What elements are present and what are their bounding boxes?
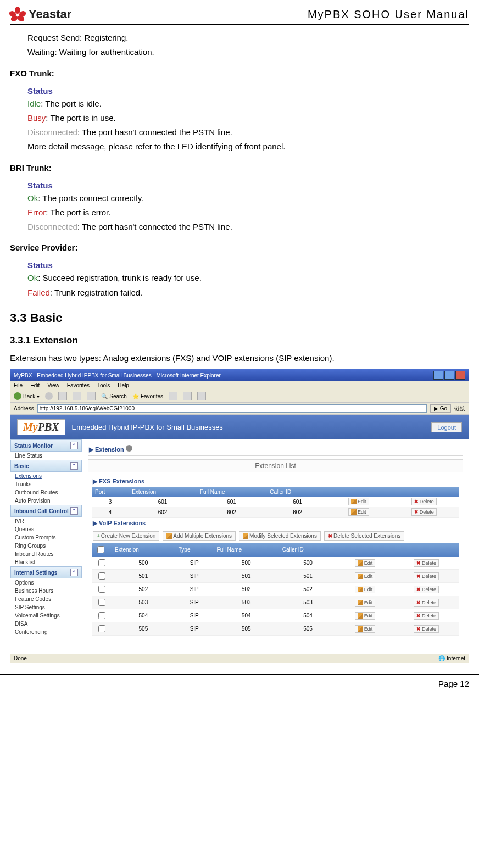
sidebar-item-sip-settings[interactable]: SIP Settings (10, 603, 82, 611)
chevron-up-icon[interactable]: ⌃ (70, 507, 78, 515)
close-button[interactable] (455, 371, 465, 380)
col-fullname: Full Name (197, 487, 266, 497)
sidebar-item-options[interactable]: Options (10, 578, 82, 587)
row-checkbox[interactable] (98, 572, 105, 580)
status-zone: 🌐 Internet (438, 655, 465, 661)
delete-button[interactable]: ✖ Delete (414, 625, 439, 633)
edit-button[interactable]: Edit (355, 625, 376, 633)
sidebar-item-extensions[interactable]: Extensions (10, 472, 82, 480)
bri-disconnected: Disconnected: The port hasn't connected … (10, 220, 469, 233)
delete-button[interactable]: ✖ Delete (414, 586, 439, 593)
sidebar-item-blacklist[interactable]: Blacklist (10, 558, 82, 566)
sidebar-item-ivr[interactable]: IVR (10, 517, 82, 525)
back-button[interactable]: Back ▾ (14, 392, 40, 400)
edit-button[interactable]: Edit (355, 586, 376, 593)
chevron-up-icon[interactable]: ⌃ (70, 462, 78, 470)
delete-button[interactable]: ✖ Delete (411, 498, 437, 505)
add-multiple-button[interactable]: Add Multiple Extensions (163, 531, 236, 541)
row-checkbox[interactable] (98, 612, 105, 619)
chevron-up-icon[interactable]: ⌃ (70, 569, 78, 576)
table-row: 504SIP504504 Edit✖ Delete (92, 609, 459, 622)
url-input[interactable]: http://192.168.5.186/cgi/WebCGI?1000 (37, 404, 427, 413)
delete-button[interactable]: ✖ Delete (414, 599, 439, 607)
logout-button[interactable]: Logout (431, 422, 462, 432)
browser-toolbar: Back ▾ 🔍 Search ⭐ Favorites (10, 390, 469, 403)
brand-text: Yeastar (29, 7, 71, 21)
mail-icon[interactable] (183, 392, 192, 400)
sidebar-item-auto-provision[interactable]: Auto Provision (10, 497, 82, 505)
sidebar-item-custom-prompts[interactable]: Custom Prompts (10, 533, 82, 542)
search-button[interactable]: 🔍 Search (101, 393, 127, 399)
pencil-icon (358, 587, 363, 592)
sp-failed: Failed: Trunk registration failed. (10, 286, 469, 299)
row-checkbox[interactable] (98, 625, 105, 632)
menu-file[interactable]: File (14, 382, 23, 388)
flower-icon (10, 7, 25, 22)
delete-button[interactable]: ✖ Delete (414, 572, 439, 580)
select-all-checkbox[interactable] (97, 546, 104, 553)
fxo-status-label: Status (10, 86, 469, 96)
chevron-up-icon[interactable]: ⌃ (70, 442, 78, 449)
window-titlebar: MyPBX - Embedded Hybrid IPPBX for Small … (10, 369, 469, 381)
print-icon[interactable] (197, 392, 206, 400)
col-checkbox[interactable] (92, 543, 112, 557)
menu-view[interactable]: View (47, 382, 59, 388)
heading-3-3-1: 3.3.1 Extension (10, 335, 469, 346)
menu-edit[interactable]: Edit (30, 382, 40, 388)
edit-button[interactable]: Edit (355, 559, 376, 567)
go-button[interactable]: ▶ Go (430, 404, 451, 413)
delete-button[interactable]: ✖ Delete (414, 559, 439, 567)
modify-selected-button[interactable]: Modify Selected Extensions (239, 531, 321, 541)
sidebar-item-conferencing[interactable]: Conferencing (10, 628, 82, 636)
pencil-icon (351, 499, 357, 504)
home-icon[interactable] (87, 392, 96, 400)
table-row: 500SIP500500 Edit✖ Delete (92, 557, 459, 570)
sidebar-head-status[interactable]: Status Monitor⌃ (10, 439, 82, 452)
maximize-button[interactable] (444, 371, 454, 380)
table-row: 502SIP502502 Edit✖ Delete (92, 583, 459, 596)
edit-button[interactable]: Edit (348, 498, 369, 505)
col-callerid: Caller ID (279, 543, 337, 557)
sidebar-item-outbound-routes[interactable]: Outbound Routes (10, 488, 82, 497)
create-extension-button[interactable]: + Create New Extension (93, 531, 159, 541)
edit-button[interactable]: Edit (355, 612, 376, 620)
pencil-icon (166, 533, 172, 539)
sidebar-item-voicemail-settings[interactable]: Voicemail Settings (10, 611, 82, 620)
delete-button[interactable]: ✖ Delete (414, 612, 439, 620)
table-row: 505SIP505505 Edit✖ Delete (92, 622, 459, 636)
menu-help[interactable]: Help (118, 382, 129, 388)
refresh-icon[interactable] (73, 392, 81, 400)
links-label[interactable]: 链接 (454, 405, 465, 413)
sidebar-item-disa[interactable]: DISA (10, 620, 82, 628)
history-icon[interactable] (169, 392, 177, 400)
edit-button[interactable]: Edit (348, 508, 369, 516)
sp-heading: Service Provider: (10, 243, 469, 252)
delete-selected-button[interactable]: ✖ Delete Selected Extensions (324, 531, 404, 541)
row-checkbox[interactable] (98, 586, 105, 593)
favorites-button[interactable]: ⭐ Favorites (132, 393, 163, 399)
sidebar-item-ring-groups[interactable]: Ring Groups (10, 542, 82, 550)
delete-button[interactable]: ✖ Delete (411, 508, 437, 516)
sidebar-head-inbound[interactable]: Inbound Call Control⌃ (10, 505, 82, 517)
forward-button[interactable] (45, 392, 53, 400)
sidebar-head-internal[interactable]: Internal Settings⌃ (10, 566, 82, 578)
app-header: MyPBX Embedded Hybrid IP-PBX for Small B… (10, 415, 469, 439)
sidebar-head-basic[interactable]: Basic⌃ (10, 460, 82, 472)
fxs-table: Port Extension Full Name Caller ID 36016… (92, 487, 459, 518)
status-done: Done (14, 655, 27, 661)
minimize-button[interactable] (433, 371, 443, 380)
browser-statusbar: Done 🌐 Internet (10, 654, 469, 663)
menu-favorites[interactable]: Favorites (67, 382, 90, 388)
sidebar-item-inbound-routes[interactable]: Inbound Routes (10, 550, 82, 558)
stop-icon[interactable] (58, 392, 67, 400)
row-checkbox[interactable] (98, 559, 105, 566)
sidebar-item-line-status[interactable]: Line Status (10, 452, 82, 460)
sidebar-item-feature-codes[interactable]: Feature Codes (10, 595, 82, 603)
edit-button[interactable]: Edit (355, 572, 376, 580)
sidebar-item-trunks[interactable]: Trunks (10, 480, 82, 488)
edit-button[interactable]: Edit (355, 599, 376, 607)
row-checkbox[interactable] (98, 599, 105, 606)
sidebar-item-business-hours[interactable]: Business Hours (10, 587, 82, 595)
sidebar-item-queues[interactable]: Queues (10, 525, 82, 533)
menu-tools[interactable]: Tools (97, 382, 110, 388)
